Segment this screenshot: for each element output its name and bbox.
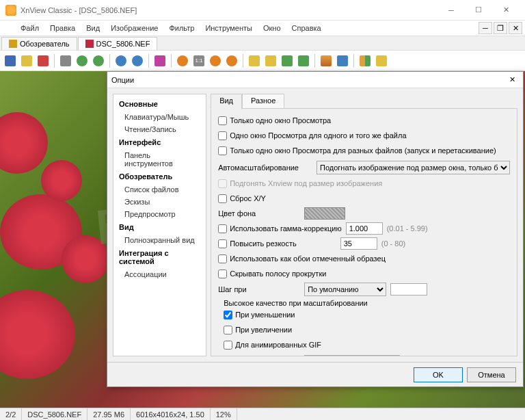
bg-label: Цвет фона [218,209,300,218]
document-tabs: Обозреватель DSC_5806.NEF [0,36,525,51]
menu-app-icon [3,23,12,33]
zoom-11-button[interactable]: 1:1 [191,53,206,68]
maximize-button[interactable]: ☐ [465,2,492,18]
slideshow-button[interactable] [319,53,334,68]
side-thumbs[interactable]: Эскизы [113,196,206,208]
side-general[interactable]: Основные [113,97,206,111]
option-tabs: Вид Разное [211,94,517,109]
side-view[interactable]: Вид [113,220,206,234]
opt-one-same[interactable]: Одно окно Просмотра для одного и того же… [218,131,406,140]
next-button[interactable] [263,53,278,68]
autoscale-label: Автомасштабирование [218,163,299,172]
menu-filter[interactable]: Фильтр [163,22,200,34]
opt-one-window[interactable]: Только одно окно Просмотра [218,116,331,125]
tab-browser[interactable]: Обозреватель [1,37,77,50]
close-button[interactable]: ✕ [492,2,520,18]
opt-one-diff[interactable]: Только одно окно Просмотра для разных фа… [218,146,496,155]
next-page-button[interactable] [296,53,311,68]
hq-group-label: Высокое качество при масштабировании [224,299,510,307]
menubar: Файл Правка Вид Изображение Фильтр Инстр… [0,21,525,36]
gamma-hint: (0.01 - 5.99) [387,224,428,233]
side-interface[interactable]: Интерфейс [113,135,206,149]
side-browser[interactable]: Обозреватель [113,170,206,183]
ok-button[interactable]: OK [414,367,463,382]
dialog-title: Опции [111,76,505,84]
toolbar: 1:1 [0,51,525,71]
prev-button[interactable] [247,53,262,68]
fullscreen-button[interactable] [335,53,350,68]
mdi-restore-button[interactable]: ❐ [494,22,507,34]
opt-hq-up[interactable]: При увеличении [224,326,292,334]
units-select[interactable]: пиксел [304,355,400,356]
menu-file[interactable]: Файл [15,22,44,34]
opt-wallpaper[interactable]: Использовать как обои отмеченный образец [218,254,386,263]
side-filelist[interactable]: Список файлов [113,183,206,196]
crop-button[interactable] [58,53,73,68]
menu-window[interactable]: Окно [258,22,286,34]
options-sidebar: Основные Клавиатура/Мышь Чтение/Запись И… [113,94,206,356]
step-select[interactable]: По умолчанию [304,283,386,296]
bg-color-button[interactable] [304,207,345,220]
tab-view[interactable]: Вид [211,94,242,109]
tab-browser-label: Обозреватель [20,40,70,48]
sharpen-hint: (0 - 80) [381,239,405,248]
side-toolbar[interactable]: Панель инструментов [113,149,206,170]
status-filename: DSC_5806.NEF [22,408,88,420]
step-input[interactable] [390,283,427,296]
opt-sharpen[interactable]: Повысить резкость [218,239,297,248]
tag-button[interactable] [152,53,167,68]
tab-file-label: DSC_5806.NEF [96,40,150,48]
tab-misc[interactable]: Разное [242,94,284,109]
side-assoc[interactable]: Ассоциации [113,268,206,280]
menu-tools[interactable]: Инструменты [200,22,258,34]
side-fullscreen[interactable]: Полноэкранный вид [113,234,206,246]
browser-icon [9,40,17,48]
opt-gamma[interactable]: Использовать гамма-коррекцию [218,224,342,233]
open-button[interactable] [19,53,34,68]
dialog-buttons: OK Отмена [107,362,523,386]
menu-image[interactable]: Изображение [105,22,163,34]
opt-hidescroll[interactable]: Скрывать полосу прокрутки [218,270,326,278]
step-label: Шаг при [218,285,300,293]
side-keyboard[interactable]: Клавиатура/Мышь [113,111,206,123]
tab-file[interactable]: DSC_5806.NEF [78,37,158,50]
status-index: 2/2 [0,408,22,420]
opt-hq-down[interactable]: При уменьшении [224,311,295,319]
sharpen-input[interactable] [340,237,377,250]
dialog-titlebar: Опции ✕ [107,72,523,88]
status-zoom: 12% [211,408,237,420]
zoom-out-button[interactable] [224,53,239,68]
delete-button[interactable] [36,53,51,68]
menu-help[interactable]: Справка [286,22,327,34]
prev-page-button[interactable] [280,53,295,68]
side-preview[interactable]: Предпросмотр [113,208,206,220]
menu-edit[interactable]: Правка [44,22,81,34]
compare-button[interactable] [358,53,373,68]
opt-fit-xn: Подгонять Xnview под размер изображения [218,179,382,188]
status-filesize: 27.95 М6 [88,408,131,420]
rotate-right-button[interactable] [91,53,106,68]
minimize-button[interactable]: ─ [438,2,465,18]
zoom-in-button[interactable] [175,53,190,68]
gamma-input[interactable] [346,222,383,235]
zoom-fit-button[interactable] [208,53,223,68]
file-icon [85,40,94,48]
rotate-left-button[interactable] [75,53,90,68]
info-button[interactable] [374,53,389,68]
autoscale-select[interactable]: Подогнать изображение под размер окна, т… [317,161,510,174]
mdi-close-button[interactable]: ✕ [509,22,522,34]
opt-reset-xy[interactable]: Сброс X/Y [218,194,266,203]
save-button[interactable] [3,53,18,68]
menu-view[interactable]: Вид [81,22,105,34]
side-integration[interactable]: Интеграция с системой [113,246,206,268]
opt-hq-gif[interactable]: Для анимированных GIF [224,341,321,350]
dialog-close-button[interactable]: ✕ [505,74,519,86]
status-dimensions: 6016x4016x24, 1.50 [131,408,211,420]
side-readwrite[interactable]: Чтение/Запись [113,123,206,135]
undo-button[interactable] [113,53,129,68]
cancel-button[interactable]: Отмена [467,367,516,382]
mdi-min-button[interactable]: ─ [479,22,492,34]
options-panel: Только одно окно Просмотра Одно окно Про… [211,108,517,356]
redo-button[interactable] [130,53,145,68]
titlebar: XnView Classic - [DSC_5806.NEF] ─ ☐ ✕ [0,0,525,21]
